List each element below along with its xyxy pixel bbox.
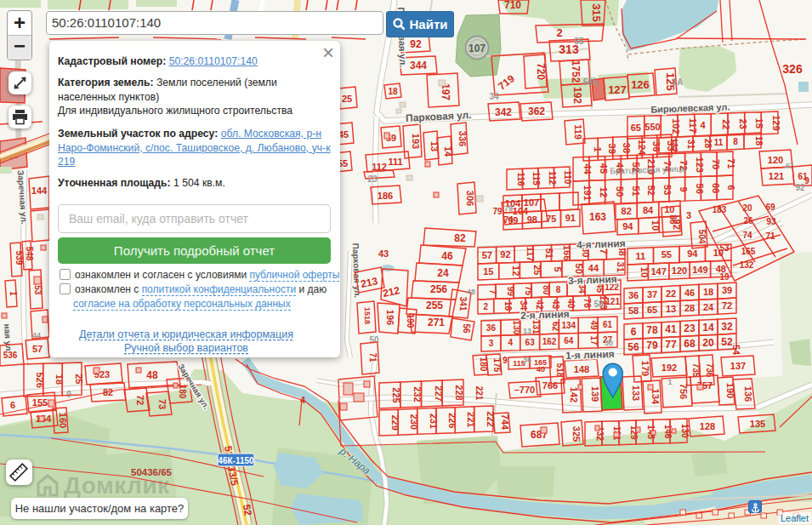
svg-text:6: 6 (726, 185, 736, 190)
svg-text:121: 121 (769, 171, 784, 181)
svg-text:11: 11 (714, 138, 724, 147)
svg-text:23: 23 (738, 119, 748, 129)
svg-text:48: 48 (146, 369, 158, 381)
svg-text:69: 69 (765, 203, 775, 212)
svg-text:132: 132 (740, 260, 754, 270)
svg-text:146: 146 (663, 425, 673, 439)
svg-text:126: 126 (631, 78, 650, 91)
svg-text:94: 94 (687, 248, 698, 259)
svg-text:180: 180 (178, 385, 187, 399)
svg-text:116: 116 (516, 173, 525, 187)
svg-text:56: 56 (695, 184, 705, 194)
svg-text:36: 36 (651, 141, 662, 151)
svg-text:119: 119 (573, 124, 583, 140)
svg-text:196: 196 (385, 310, 395, 325)
svg-text:26: 26 (743, 216, 753, 225)
svg-text:31: 31 (686, 140, 696, 150)
svg-text:3: 3 (686, 210, 691, 220)
svg-text:123: 123 (695, 157, 705, 173)
svg-text:179: 179 (640, 361, 650, 376)
svg-text:56: 56 (462, 323, 471, 334)
svg-text:221: 221 (474, 386, 484, 401)
svg-text:55: 55 (574, 37, 584, 46)
svg-text:112: 112 (372, 162, 387, 172)
svg-text:222: 222 (485, 411, 496, 426)
svg-text:341: 341 (458, 297, 468, 311)
svg-text:124: 124 (637, 140, 647, 156)
svg-text:71: 71 (726, 158, 736, 168)
svg-text:18: 18 (703, 287, 713, 297)
svg-text:86: 86 (668, 214, 678, 225)
svg-text:536: 536 (3, 351, 18, 360)
svg-text:8: 8 (556, 285, 561, 294)
svg-text:344: 344 (410, 60, 427, 71)
svg-text:65: 65 (631, 123, 641, 133)
svg-text:44: 44 (32, 331, 41, 340)
svg-text:144: 144 (31, 185, 48, 196)
svg-text:66: 66 (711, 183, 721, 193)
svg-text:76: 76 (582, 299, 592, 309)
svg-text:1752: 1752 (570, 60, 582, 83)
svg-text:147: 147 (650, 266, 666, 277)
svg-text:–770: –770 (514, 385, 535, 395)
svg-text:160: 160 (58, 413, 68, 428)
svg-text:78: 78 (646, 324, 658, 336)
svg-text:72: 72 (135, 395, 145, 405)
svg-text:41: 41 (665, 323, 677, 335)
svg-text:14: 14 (702, 322, 714, 334)
svg-text:48: 48 (716, 264, 726, 274)
svg-text:2: 2 (556, 26, 562, 39)
svg-text:4-я линия: 4-я линия (576, 237, 626, 251)
svg-text:148: 148 (574, 364, 589, 374)
svg-text:134: 134 (562, 321, 576, 330)
svg-text:58: 58 (628, 305, 639, 316)
svg-text:44: 44 (582, 164, 593, 175)
svg-text:1518: 1518 (363, 307, 372, 324)
svg-text:28: 28 (703, 139, 713, 149)
svg-text:82: 82 (103, 387, 113, 397)
svg-text:Парковая ул.: Парковая ул. (351, 243, 362, 298)
svg-text:117: 117 (525, 247, 536, 262)
svg-text:548: 548 (25, 247, 34, 261)
svg-text:326: 326 (782, 62, 803, 76)
svg-text:2: 2 (484, 302, 489, 311)
svg-text:56: 56 (627, 341, 639, 353)
svg-text:550: 550 (644, 122, 660, 132)
svg-text:18: 18 (754, 136, 764, 146)
svg-text:54: 54 (731, 345, 741, 356)
svg-text:51: 51 (631, 185, 641, 196)
svg-text:99: 99 (508, 215, 518, 225)
svg-text:9: 9 (503, 356, 508, 365)
svg-text:142: 142 (569, 387, 579, 402)
svg-text:15: 15 (754, 118, 764, 128)
svg-text:193: 193 (411, 134, 421, 149)
svg-text:45: 45 (599, 163, 609, 174)
svg-text:6: 6 (631, 326, 637, 338)
svg-text:52: 52 (646, 185, 656, 196)
svg-text:37: 37 (647, 289, 657, 300)
svg-text:120: 120 (672, 265, 687, 276)
svg-text:107: 107 (524, 197, 539, 208)
svg-text:130: 130 (680, 424, 690, 438)
svg-text:13: 13 (523, 327, 531, 335)
svg-text:20: 20 (742, 203, 752, 213)
svg-text:229: 229 (390, 414, 400, 430)
svg-text:94: 94 (622, 221, 633, 231)
svg-text:39: 39 (722, 285, 732, 295)
svg-text:57: 57 (32, 344, 43, 354)
svg-text:53: 53 (662, 185, 673, 195)
svg-text:20: 20 (702, 337, 714, 349)
svg-text:4: 4 (508, 338, 514, 347)
svg-text:12: 12 (599, 187, 609, 197)
svg-text:61: 61 (603, 320, 613, 329)
svg-text:139: 139 (590, 386, 600, 402)
svg-text:3-я линия: 3-я линия (568, 273, 617, 287)
svg-text:155: 155 (32, 397, 48, 408)
svg-text:84: 84 (643, 205, 654, 215)
svg-text:256: 256 (430, 283, 447, 295)
svg-text:73: 73 (157, 399, 168, 409)
svg-text:30: 30 (605, 339, 613, 347)
svg-text:36: 36 (523, 356, 531, 364)
svg-text:46: 46 (441, 250, 453, 262)
svg-text:315: 315 (590, 3, 603, 22)
